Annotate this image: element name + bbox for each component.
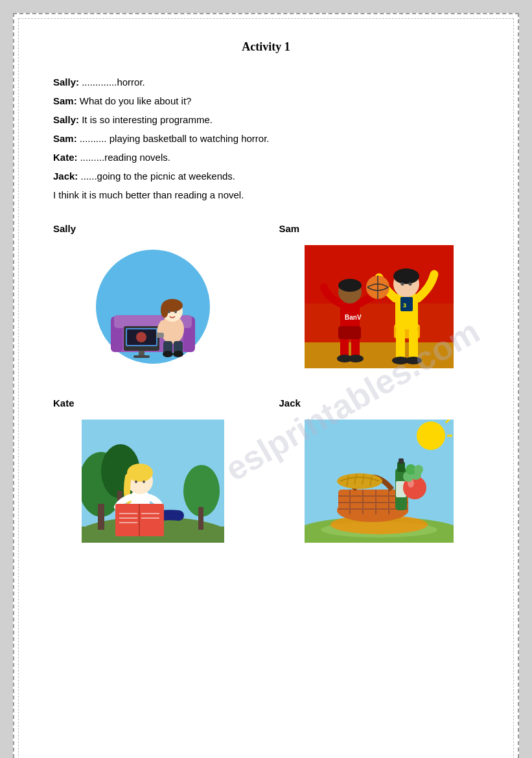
svg-point-19 [163, 351, 173, 357]
images-section: Sally [53, 223, 479, 546]
jack-label: Jack [279, 397, 480, 409]
svg-point-33 [348, 355, 364, 362]
svg-text:3: 3 [403, 302, 406, 309]
speaker-sally-2: Sally: [53, 114, 79, 125]
svg-point-39 [400, 283, 404, 286]
dialogue-line-3: Sally: It is so interesting programme. [53, 111, 479, 128]
image-row-2: Kate [53, 397, 479, 546]
sam-label: Sam [279, 223, 480, 234]
speaker-jack-1: Jack: [53, 171, 78, 182]
svg-point-15 [168, 311, 170, 313]
speaker-sam-1: Sam: [53, 95, 77, 106]
page-title: Activity 1 [53, 40, 479, 54]
dialogue-text-2: What do you like about it? [80, 95, 192, 106]
dialogue-line-7: I think it is much better than reading a… [53, 186, 479, 204]
svg-point-28 [338, 279, 362, 292]
svg-rect-35 [400, 297, 413, 311]
svg-rect-10 [133, 355, 150, 358]
svg-point-101 [414, 465, 423, 474]
sally-svg [88, 245, 218, 368]
sally-label: Sally [53, 223, 253, 234]
svg-point-38 [393, 268, 419, 284]
jack-svg [305, 420, 454, 543]
dialogue-text-7: I think it is much better than reading a… [53, 189, 244, 200]
dialogue-line-2: Sam: What do you like about it? [53, 92, 479, 110]
worksheet-page: eslprintables.com Activity 1 Sally: ....… [13, 13, 519, 758]
dialogue-text-3: It is so interesting programme. [82, 114, 213, 125]
sam-image: BanV [279, 242, 480, 372]
svg-text:BanV: BanV [345, 314, 362, 321]
svg-rect-31 [338, 326, 361, 339]
dialogue-section: Sally: .............horror. Sam: What do… [53, 73, 479, 204]
speaker-sally-1: Sally: [53, 77, 79, 88]
dialogue-text-6: ......going to the picnic at weekends. [81, 171, 235, 182]
dialogue-text-5: .........reading novels. [80, 152, 170, 163]
svg-point-93 [337, 473, 382, 489]
svg-point-14 [161, 302, 168, 318]
dialogue-text-1: .............horror. [82, 77, 145, 88]
svg-point-8 [136, 332, 146, 342]
svg-rect-21 [156, 333, 164, 338]
speaker-sam-2: Sam: [53, 133, 77, 144]
svg-point-60 [135, 480, 137, 483]
dialogue-line-6: Jack: ......going to the picnic at weeke… [53, 167, 479, 185]
svg-rect-52 [98, 504, 104, 530]
jack-image [279, 416, 480, 546]
image-row-1: Sally [53, 223, 479, 372]
svg-rect-9 [139, 351, 145, 356]
svg-rect-89 [399, 458, 404, 464]
jack-block: Jack [279, 397, 480, 546]
svg-point-20 [173, 351, 183, 357]
kate-image [53, 416, 253, 546]
speaker-kate-1: Kate: [53, 152, 78, 163]
kate-svg [82, 420, 224, 543]
dialogue-text-4: .......... playing basketball to watchin… [80, 133, 270, 144]
sally-block: Sally [53, 223, 253, 372]
svg-point-45 [405, 357, 422, 364]
kate-block: Kate [53, 397, 253, 546]
svg-rect-54 [198, 507, 203, 530]
svg-point-61 [143, 480, 145, 483]
sally-image [53, 242, 253, 372]
svg-rect-24 [305, 342, 454, 368]
svg-rect-43 [394, 324, 420, 338]
svg-point-40 [408, 283, 411, 286]
dialogue-line-1: Sally: .............horror. [53, 73, 479, 91]
dialogue-line-4: Sam: .......... playing basketball to wa… [53, 130, 479, 147]
kate-label: Kate [53, 397, 253, 409]
svg-point-70 [417, 421, 445, 450]
svg-point-16 [174, 311, 177, 313]
sam-svg: BanV [305, 245, 454, 368]
sam-block: Sam BanV [279, 223, 480, 372]
dialogue-line-5: Kate: .........reading novels. [53, 148, 479, 166]
